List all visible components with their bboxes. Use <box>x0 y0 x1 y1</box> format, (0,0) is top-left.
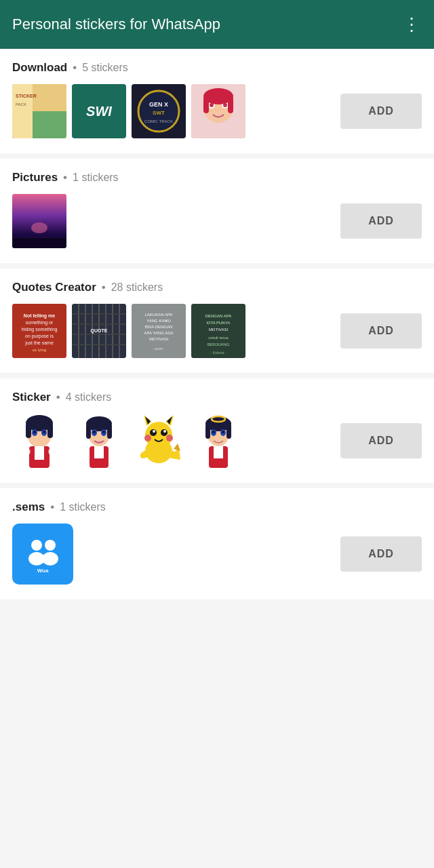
dot-pictures: • <box>63 171 67 184</box>
svg-text:MOTIVASI: MOTIVASI <box>149 337 169 341</box>
sticker-thumb-s1 <box>12 414 66 468</box>
section-count-sems: 1 stickers <box>60 501 106 513</box>
svg-point-88 <box>153 430 155 433</box>
section-body-pictures: ADD <box>12 194 422 248</box>
section-title-download: Download <box>12 61 67 75</box>
svg-point-79 <box>108 444 125 457</box>
section-title-sems: .sems <box>12 500 45 514</box>
sticker-thumb-q2: QUOTE <box>72 304 126 358</box>
add-button-quotes[interactable]: ADD <box>340 313 422 349</box>
sticker-thumb-q4: DENGAN APA KITA PUNYA MOTIVASI untuk ter… <box>191 304 245 358</box>
svg-point-75 <box>102 431 105 433</box>
svg-point-112 <box>45 540 56 551</box>
section-download: Download • 5 stickers STICKER PACK SWI <box>0 49 434 153</box>
add-button-sems[interactable]: ADD <box>340 536 422 572</box>
dot-download: • <box>73 61 77 75</box>
dot-sems: • <box>50 500 54 514</box>
sticker-row-sticker <box>12 414 245 468</box>
svg-text:BISA DENGAN: BISA DENGAN <box>145 325 173 329</box>
section-count-download: 5 stickers <box>82 62 128 74</box>
svg-text:LAKUKAN APA: LAKUKAN APA <box>145 313 173 317</box>
svg-text:Wua: Wua <box>37 568 49 574</box>
dot-sticker: • <box>56 391 60 404</box>
section-header-sticker: Sticker • 4 stickers <box>12 391 422 404</box>
svg-rect-17 <box>203 96 209 113</box>
svg-rect-18 <box>228 96 233 113</box>
sticker-thumb-d3: GEN X SWT COMIC TRACK <box>132 84 186 138</box>
bottom-spacer <box>0 605 434 808</box>
section-body-quotes: Not telling me something or hiding somet… <box>12 304 422 358</box>
svg-point-62 <box>33 431 36 433</box>
svg-point-67 <box>47 445 66 460</box>
sticker-row-download: STICKER PACK SWI GEN X SWT COMIC TRACK <box>12 84 245 138</box>
sticker-thumb-s3 <box>132 414 186 468</box>
svg-point-89 <box>163 430 166 433</box>
sticker-thumb-q1: Not telling me something or hiding somet… <box>12 304 66 358</box>
svg-rect-58 <box>26 423 31 438</box>
sticker-thumb-d2: SWI <box>72 84 126 138</box>
more-options-icon[interactable]: ⋮ <box>403 16 422 33</box>
svg-rect-70 <box>86 424 91 439</box>
sticker-thumb-d1: STICKER PACK <box>12 84 66 138</box>
add-button-pictures[interactable]: ADD <box>340 203 422 239</box>
svg-rect-98 <box>205 424 210 439</box>
sticker-row-pictures <box>12 194 66 248</box>
section-quotes: Quotes Creator • 28 stickers Not telling… <box>0 269 434 373</box>
svg-point-63 <box>43 431 45 433</box>
sticker-row-quotes: Not telling me something or hiding somet… <box>12 304 245 358</box>
sticker-d2-label: SWI <box>86 104 112 119</box>
add-button-sticker[interactable]: ADD <box>340 423 422 458</box>
app-title: Personal stickers for WhatsApp <box>12 16 220 33</box>
svg-text:QUOTE: QUOTE <box>91 328 108 334</box>
svg-point-74 <box>93 431 96 433</box>
section-body-sems: Wua ADD <box>12 524 422 585</box>
app-header: Personal stickers for WhatsApp ⋮ <box>0 0 434 49</box>
section-header-sems: .sems • 1 stickers <box>12 500 422 514</box>
svg-text:on purpose is: on purpose is <box>25 334 54 339</box>
section-title-quotes: Quotes Creator <box>12 281 96 294</box>
svg-text:- Kalimat -: - Kalimat - <box>211 351 226 355</box>
svg-marker-93 <box>174 443 180 451</box>
svg-point-113 <box>42 552 58 566</box>
svg-text:MOTIVASI: MOTIVASI <box>209 328 229 332</box>
svg-text:GEN X: GEN X <box>149 101 168 108</box>
section-pictures: Pictures • 1 stickers <box>0 159 434 263</box>
svg-point-78 <box>74 444 91 457</box>
section-header-download: Download • 5 stickers <box>12 61 422 75</box>
svg-text:PACK: PACK <box>16 102 26 106</box>
svg-point-91 <box>166 435 173 441</box>
svg-text:just the same: just the same <box>24 340 54 346</box>
svg-point-103 <box>212 431 215 433</box>
sticker-thumb-s2 <box>72 414 126 468</box>
section-count-quotes: 28 stickers <box>111 281 163 294</box>
svg-text:COMIC TRACK: COMIC TRACK <box>144 119 173 123</box>
sticker-thumb-s4 <box>191 414 245 468</box>
svg-rect-59 <box>47 423 53 438</box>
svg-text:untuk terus: untuk terus <box>208 336 229 340</box>
add-button-download[interactable]: ADD <box>340 94 422 129</box>
dot-quotes: • <box>102 281 106 294</box>
svg-text:YANG KAMU: YANG KAMU <box>146 319 171 323</box>
sticker-row-sems: Wua <box>12 524 73 585</box>
svg-point-66 <box>13 445 32 460</box>
section-body-sticker: ADD <box>12 414 422 468</box>
svg-text:APA YANG ADA: APA YANG ADA <box>144 331 173 335</box>
section-header-quotes: Quotes Creator • 28 stickers <box>12 281 422 294</box>
svg-text:DENGAN APA: DENGAN APA <box>205 314 232 318</box>
svg-point-108 <box>227 445 244 458</box>
section-body-download: STICKER PACK SWI GEN X SWT COMIC TRACK <box>12 84 422 138</box>
svg-point-110 <box>31 540 42 551</box>
svg-rect-106 <box>214 446 223 458</box>
svg-text:BERJUANG: BERJUANG <box>208 342 230 347</box>
svg-rect-77 <box>94 446 104 458</box>
sticker-thumb-q3: LAKUKAN APA YANG KAMU BISA DENGAN APA YA… <box>132 304 186 358</box>
svg-rect-65 <box>35 446 44 460</box>
sticker-thumb-d4 <box>191 84 245 138</box>
section-sems: .sems • 1 stickers Wua A <box>0 488 434 599</box>
section-sticker: Sticker • 4 stickers <box>0 378 434 483</box>
svg-text:KITA PUNYA: KITA PUNYA <box>207 321 230 325</box>
svg-point-21 <box>31 222 47 233</box>
svg-rect-20 <box>12 238 66 248</box>
section-count-pictures: 1 stickers <box>73 172 119 184</box>
svg-rect-71 <box>107 424 112 439</box>
